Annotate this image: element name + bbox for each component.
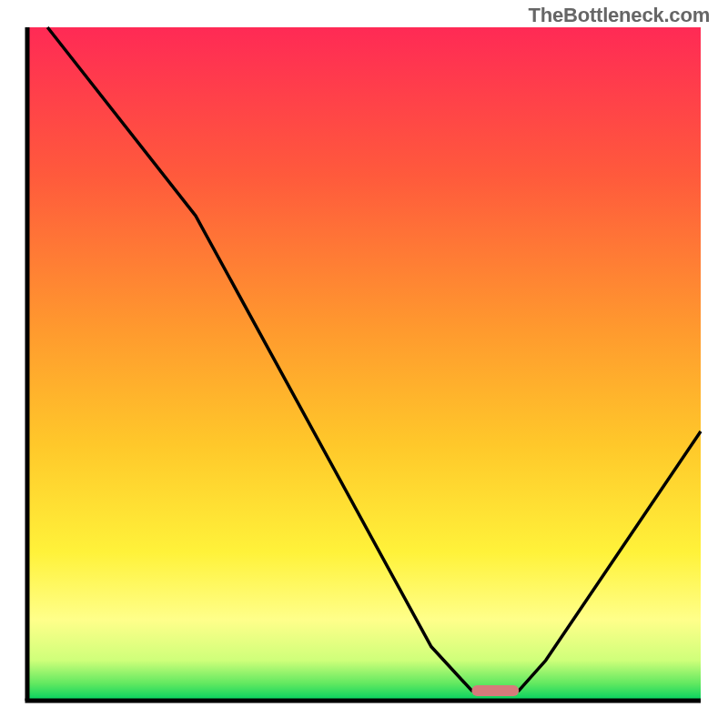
bottleneck-chart: [0, 0, 728, 728]
optimal-range-marker: [471, 685, 519, 696]
watermark-text: TheBottleneck.com: [528, 4, 710, 27]
